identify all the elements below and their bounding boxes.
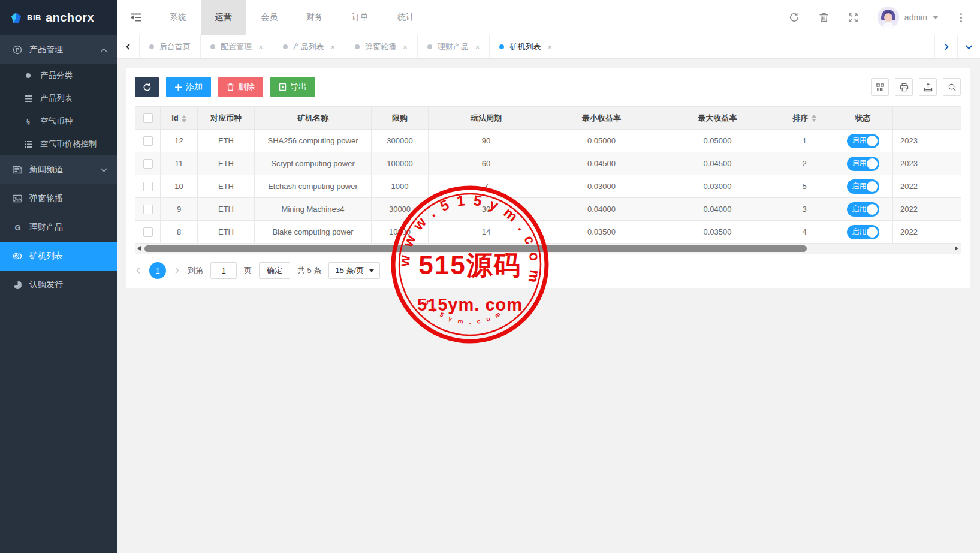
dot-icon — [23, 71, 34, 80]
sidebar-item-product-category[interactable]: 产品分类 — [0, 64, 117, 87]
tab-miner-list[interactable]: 矿机列表× — [490, 35, 562, 58]
row-checkbox[interactable] — [143, 136, 153, 146]
delete-button[interactable]: 删除 — [218, 77, 263, 97]
confirm-page-button[interactable]: 确定 — [259, 262, 290, 279]
nav-item-member[interactable]: 会员 — [246, 0, 292, 35]
sort-icon[interactable] — [812, 115, 816, 122]
scroll-left-arrow-icon[interactable] — [137, 246, 141, 251]
tabs-scroll-right-icon[interactable] — [934, 35, 957, 58]
search-icon[interactable] — [943, 78, 961, 96]
tab-config-management[interactable]: 配置管理× — [201, 35, 273, 58]
goto-page-input[interactable] — [210, 262, 237, 279]
columns-icon[interactable] — [871, 78, 889, 96]
cell-status: 启用 — [833, 130, 893, 152]
column-header-id[interactable]: id — [161, 107, 198, 130]
row-checkbox[interactable] — [143, 205, 153, 214]
trash-icon[interactable] — [819, 12, 829, 23]
select-all-checkbox[interactable] — [143, 113, 153, 123]
fullscreen-icon[interactable] — [848, 13, 858, 23]
tabs-scroll-left-icon[interactable] — [117, 35, 140, 58]
chevron-up-icon — [101, 48, 107, 52]
add-button[interactable]: 添加 — [166, 77, 211, 97]
sidebar-item-popup-carousel[interactable]: 弹窗轮播 — [0, 184, 117, 213]
tabs-menu-icon[interactable] — [957, 35, 980, 58]
sidebar-item-air-coin-type[interactable]: §空气币种 — [0, 110, 117, 133]
column-header-status: 状态 — [833, 107, 893, 130]
horizontal-scrollbar[interactable] — [135, 244, 961, 254]
sidebar-group-product-management[interactable]: P产品管理 — [0, 35, 117, 64]
coin-icon: § — [23, 117, 34, 126]
cell-min_rate: 0.03000 — [544, 175, 659, 198]
scrollbar-thumb[interactable] — [144, 245, 807, 252]
sidebar-group-news-channel[interactable]: 新闻频道 — [0, 155, 117, 184]
tab-dot-icon — [499, 44, 504, 49]
status-toggle[interactable]: 启用 — [847, 225, 879, 239]
tab-close-icon[interactable]: × — [258, 43, 263, 52]
table-row: 8ETHBlake computing power10000140.035000… — [135, 221, 961, 244]
sidebar-item-label: 矿机列表 — [29, 251, 63, 262]
tab-dot-icon — [355, 44, 360, 49]
cell-check — [135, 198, 161, 221]
tab-close-icon[interactable]: × — [331, 43, 336, 52]
sidebar-item-label: 空气币价格控制 — [40, 139, 97, 149]
cell-year: 2022 — [893, 198, 961, 221]
row-checkbox[interactable] — [143, 182, 153, 191]
cell-period: 7 — [429, 175, 544, 198]
sidebar-item-subscription-issue[interactable]: 认购发行 — [0, 271, 117, 299]
prev-page-icon[interactable] — [135, 267, 142, 274]
status-toggle[interactable]: 启用 — [847, 179, 879, 194]
sidebar-item-financial-products[interactable]: G理财产品 — [0, 213, 117, 242]
sidebar-item-miner-list[interactable]: 矿机列表 — [0, 242, 117, 271]
nav-item-operation[interactable]: 运营 — [201, 0, 246, 35]
tab-popup-carousel[interactable]: 弹窗轮播× — [345, 35, 418, 58]
cell-year: 2023 — [893, 152, 961, 175]
cell-max_rate: 0.03000 — [659, 175, 776, 198]
menu-fold-icon[interactable] — [117, 13, 155, 22]
status-toggle[interactable]: 启用 — [847, 157, 879, 171]
tab-financial-products[interactable]: 理财产品× — [418, 35, 490, 58]
sidebar-item-air-coin-price-control[interactable]: 空气币价格控制 — [0, 133, 117, 155]
table-header-row: id对应币种矿机名称限购玩法周期最小收益率最大收益率排序状态 — [135, 107, 961, 130]
status-toggle[interactable]: 启用 — [847, 134, 879, 148]
cell-period: 30 — [429, 198, 544, 221]
tab-close-icon[interactable]: × — [547, 43, 552, 52]
scroll-right-arrow-icon[interactable] — [955, 246, 958, 251]
refresh-table-button[interactable] — [135, 77, 159, 97]
printer-icon[interactable] — [895, 78, 913, 96]
column-header-sort[interactable]: 排序 — [776, 107, 833, 130]
row-checkbox[interactable] — [143, 227, 153, 237]
tab-dashboard[interactable]: 后台首页 — [140, 35, 201, 58]
nav-item-system[interactable]: 系统 — [155, 0, 201, 35]
cell-coin: ETH — [198, 152, 255, 175]
user-menu[interactable]: admin — [878, 7, 939, 28]
column-header-limit: 限购 — [372, 107, 429, 130]
top-header: 系统运营会员财务订单统计 — [117, 0, 980, 35]
current-page-button[interactable]: 1 — [149, 262, 166, 279]
cell-period: 60 — [429, 152, 544, 175]
nav-item-finance[interactable]: 财务 — [292, 0, 337, 35]
sidebar-item-label: 认购发行 — [29, 279, 63, 290]
cell-min_rate: 0.04000 — [544, 198, 659, 221]
tab-product-list[interactable]: 产品列表× — [273, 35, 346, 58]
cell-name: Scrypt computing power — [255, 152, 372, 175]
tab-close-icon[interactable]: × — [403, 43, 408, 52]
sidebar-item-product-list[interactable]: 产品列表 — [0, 87, 117, 110]
sidebar-nav: P产品管理产品分类产品列表§空气币种空气币价格控制新闻频道弹窗轮播G理财产品矿机… — [0, 35, 117, 299]
column-header-year — [893, 107, 961, 130]
tab-close-icon[interactable]: × — [475, 43, 480, 52]
cell-period: 90 — [429, 130, 544, 152]
per-page-select[interactable]: 15 条/页 — [328, 262, 380, 279]
sort-icon[interactable] — [182, 115, 186, 122]
more-options-icon[interactable] — [958, 11, 964, 25]
export-button[interactable]: 导出 — [270, 77, 315, 97]
status-toggle[interactable]: 启用 — [847, 202, 879, 217]
logo-text-bold: BiB — [27, 13, 41, 22]
export-tray-icon[interactable] — [919, 78, 937, 96]
miner-table: id对应币种矿机名称限购玩法周期最小收益率最大收益率排序状态 12ETHSHA2… — [135, 106, 961, 244]
next-page-icon[interactable] — [173, 267, 180, 274]
refresh-icon[interactable] — [789, 12, 800, 23]
nav-item-order[interactable]: 订单 — [337, 0, 383, 35]
row-checkbox[interactable] — [143, 159, 153, 169]
nav-item-statistics[interactable]: 统计 — [383, 0, 429, 35]
app-logo[interactable]: BiB anchorx — [0, 0, 117, 35]
